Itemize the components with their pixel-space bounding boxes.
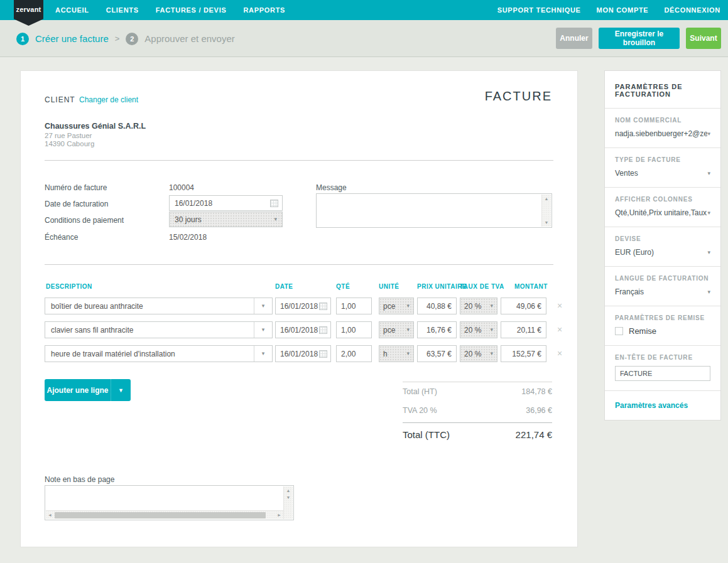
hscroll-thumb[interactable] xyxy=(55,512,266,518)
currency-select[interactable]: EUR (Euro) ▾ xyxy=(615,248,710,257)
language-select[interactable]: Français ▾ xyxy=(615,287,710,296)
footer-note-vscrollbar[interactable]: ▲ ▼ xyxy=(283,486,293,519)
vat-select[interactable]: 20 % ▾ xyxy=(460,321,497,338)
footer-note-textarea[interactable]: ▲ ▼ ◄ ► xyxy=(45,485,294,520)
invoice-type-select[interactable]: Ventes ▾ xyxy=(615,169,710,178)
scroll-up-icon[interactable]: ▲ xyxy=(286,488,291,493)
unit-value: h xyxy=(383,350,388,358)
invoice-header-section: EN-TÊTE DE FACTURE xyxy=(605,346,720,391)
payment-terms-value: 30 jours xyxy=(175,215,202,224)
qty-input[interactable] xyxy=(336,345,372,362)
business-name-select[interactable]: nadja.siebenbuerger+2@ze... ▾ xyxy=(615,129,710,138)
chevron-down-icon: ▾ xyxy=(707,131,710,137)
nav-item-accueil[interactable]: ACCUEIL xyxy=(55,6,89,14)
unit-price-input[interactable] xyxy=(417,345,457,362)
chevron-down-icon: ▾ xyxy=(490,327,493,333)
vat-value: 20 % xyxy=(464,350,481,358)
chevron-down-icon: ▾ xyxy=(490,351,493,357)
message-label: Message xyxy=(316,183,347,192)
advanced-settings-link[interactable]: Paramètres avancés xyxy=(605,391,720,420)
description-combo[interactable]: boîtier de bureau anthracite ▾ xyxy=(45,298,273,314)
chevron-down-icon: ▾ xyxy=(490,303,493,309)
unit-select[interactable]: pce ▾ xyxy=(379,321,414,338)
client-name: Chaussures Génial S.A.R.L xyxy=(45,122,146,131)
client-address-line2: 14390 Cabourg xyxy=(45,140,94,147)
add-line-dropdown[interactable]: ▼ xyxy=(111,379,131,401)
remove-line-icon[interactable]: × xyxy=(557,348,562,358)
invoice-date-input[interactable]: 16/01/2018 xyxy=(169,195,283,211)
message-scrollbar[interactable]: ▲ ▼ xyxy=(541,195,551,227)
scroll-down-icon[interactable]: ▼ xyxy=(545,220,549,225)
client-section-label: CLIENT xyxy=(45,95,75,104)
qty-input[interactable] xyxy=(336,298,372,314)
vat-select[interactable]: 20 % ▾ xyxy=(460,345,497,362)
line-date-input[interactable]: 16/01/2018 xyxy=(275,298,331,314)
grand-total-value: 221,74 € xyxy=(516,429,552,440)
amount-input[interactable] xyxy=(501,345,546,362)
unit-value: pce xyxy=(383,302,395,311)
change-client-link[interactable]: Changer de client xyxy=(79,95,138,104)
nav-item-rapports[interactable]: RAPPORTS xyxy=(243,6,285,14)
nav-item-deconnexion[interactable]: DÉCONNEXION xyxy=(664,6,720,14)
description-value: heure de travail matériel d'installation xyxy=(45,350,254,358)
nav-item-support[interactable]: SUPPORT TECHNIQUE xyxy=(497,6,581,14)
description-combo[interactable]: clavier sans fil anthracite ▾ xyxy=(45,321,273,338)
scroll-up-icon[interactable]: ▲ xyxy=(545,196,549,201)
unit-select[interactable]: pce ▾ xyxy=(379,298,414,314)
grand-total-label: Total (TTC) xyxy=(403,429,450,440)
discount-label: PARAMÈTRES DE REMISE xyxy=(615,314,710,321)
nav-item-mon-compte[interactable]: MON COMPTE xyxy=(597,6,649,14)
calendar-icon[interactable] xyxy=(319,350,327,358)
chevron-down-icon: ▾ xyxy=(262,327,265,333)
chevron-down-icon: ▾ xyxy=(406,351,410,357)
step-1-badge: 1 xyxy=(16,33,29,45)
line-date-input[interactable]: 16/01/2018 xyxy=(275,345,331,362)
qty-input[interactable] xyxy=(336,321,372,338)
next-button[interactable]: Suivant xyxy=(686,28,721,49)
scroll-left-icon[interactable]: ◄ xyxy=(48,513,52,517)
language-value: Français xyxy=(615,287,644,296)
message-textarea[interactable]: ▲ ▼ xyxy=(316,193,552,228)
invoice-header-input[interactable] xyxy=(615,366,710,381)
payment-terms-select[interactable]: 30 jours ▾ xyxy=(169,212,283,227)
line-date-value: 16/01/2018 xyxy=(280,302,318,311)
vat-select[interactable]: 20 % ▾ xyxy=(460,298,497,314)
scroll-down-icon[interactable]: ▼ xyxy=(286,495,291,500)
discount-section: PARAMÈTRES DE REMISE Remise xyxy=(605,306,720,346)
vat-value: 20 % xyxy=(464,302,481,311)
currency-value: EUR (Euro) xyxy=(615,248,654,257)
invoice-date-value: 16/01/2018 xyxy=(175,199,212,208)
col-header-vat: TAUX DE TVA xyxy=(460,283,504,290)
totals-section: Total (HT) 184,78 € TVA 20 % 36,96 € Tot… xyxy=(403,382,552,446)
amount-input[interactable] xyxy=(501,321,546,338)
remove-line-icon[interactable]: × xyxy=(557,324,562,335)
step-2-label[interactable]: Approuver et envoyer xyxy=(144,33,234,44)
chevron-down-icon: ▾ xyxy=(262,351,265,357)
add-line-button[interactable]: Ajouter une ligne ▼ xyxy=(45,379,131,401)
business-name-section: NOM COMMERCIAL nadja.siebenbuerger+2@ze.… xyxy=(605,109,720,148)
remove-line-icon[interactable]: × xyxy=(557,301,562,311)
footer-note-hscrollbar[interactable]: ◄ ► xyxy=(46,510,283,519)
wizard-steps: 1 Créer une facture > 2 Approuver et env… xyxy=(16,20,235,57)
save-draft-button[interactable]: Enregistrer le brouillon xyxy=(599,28,680,49)
calendar-icon[interactable] xyxy=(319,303,327,310)
columns-select[interactable]: Qté,Unité,Prix unitaire,Taux... ▾ xyxy=(615,208,710,217)
business-name-label: NOM COMMERCIAL xyxy=(615,117,710,124)
unit-value: pce xyxy=(383,326,395,335)
calendar-icon[interactable] xyxy=(319,326,327,334)
unit-select[interactable]: h ▾ xyxy=(379,345,414,362)
nav-item-factures-devis[interactable]: FACTURES / DEVIS xyxy=(156,6,227,14)
line-date-input[interactable]: 16/01/2018 xyxy=(275,321,331,338)
description-combo[interactable]: heure de travail matériel d'installation… xyxy=(45,345,273,362)
step-1-label[interactable]: Créer une facture xyxy=(35,33,109,44)
cancel-button[interactable]: Annuler xyxy=(556,28,592,49)
amount-input[interactable] xyxy=(501,298,546,314)
unit-price-input[interactable] xyxy=(417,298,457,314)
nav-item-clients[interactable]: CLIENTS xyxy=(106,6,139,14)
calendar-icon[interactable] xyxy=(270,200,278,207)
scroll-right-icon[interactable]: ► xyxy=(277,513,281,517)
nav-links-left: ACCUEIL CLIENTS FACTURES / DEVIS RAPPORT… xyxy=(55,0,285,20)
discount-checkbox[interactable] xyxy=(615,327,623,335)
description-value: boîtier de bureau anthracite xyxy=(45,302,254,311)
unit-price-input[interactable] xyxy=(417,321,457,338)
